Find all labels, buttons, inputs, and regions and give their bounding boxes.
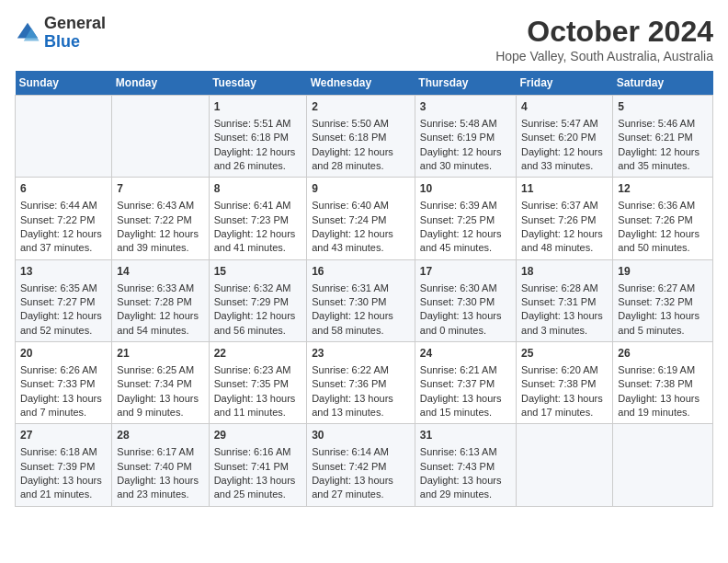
sunrise-text: Sunrise: 5:46 AM <box>618 118 695 129</box>
calendar-cell <box>112 96 209 178</box>
sunset-text: Sunset: 7:43 PM <box>420 461 495 472</box>
sunrise-text: Sunrise: 5:51 AM <box>214 118 291 129</box>
sunset-text: Sunset: 7:28 PM <box>117 296 191 307</box>
daylight-text: Daylight: 12 hours and 35 minutes. <box>618 146 700 171</box>
sunset-text: Sunset: 7:40 PM <box>117 461 191 472</box>
day-number: 5 <box>618 99 708 115</box>
day-number: 12 <box>618 181 708 197</box>
sunset-text: Sunset: 7:34 PM <box>117 378 191 389</box>
sunset-text: Sunset: 7:22 PM <box>117 214 191 225</box>
daylight-text: Daylight: 12 hours and 43 minutes. <box>312 228 393 253</box>
sunrise-text: Sunrise: 5:48 AM <box>420 118 497 129</box>
sunset-text: Sunset: 7:38 PM <box>521 378 596 389</box>
sunrise-text: Sunrise: 6:40 AM <box>312 200 389 211</box>
day-of-week-header: Saturday <box>613 71 713 96</box>
sunset-text: Sunset: 6:19 PM <box>420 132 495 143</box>
sunset-text: Sunset: 7:35 PM <box>214 378 289 389</box>
day-of-week-header: Sunday <box>16 71 112 96</box>
day-number: 6 <box>20 181 107 197</box>
sunrise-text: Sunrise: 6:19 AM <box>618 364 695 375</box>
sunrise-text: Sunrise: 6:32 AM <box>214 282 291 293</box>
sunrise-text: Sunrise: 6:26 AM <box>20 364 97 375</box>
calendar-cell: 5Sunrise: 5:46 AMSunset: 6:21 PMDaylight… <box>613 96 713 178</box>
sunrise-text: Sunrise: 6:30 AM <box>420 282 497 293</box>
calendar-cell: 21Sunrise: 6:25 AMSunset: 7:34 PMDayligh… <box>112 342 209 424</box>
day-number: 17 <box>420 264 511 280</box>
sunrise-text: Sunrise: 6:14 AM <box>312 446 389 457</box>
daylight-text: Daylight: 12 hours and 26 minutes. <box>214 146 296 171</box>
calendar-cell: 13Sunrise: 6:35 AMSunset: 7:27 PMDayligh… <box>16 259 112 341</box>
daylight-text: Daylight: 12 hours and 37 minutes. <box>20 228 102 253</box>
day-number: 13 <box>20 264 107 280</box>
day-number: 18 <box>521 264 608 280</box>
daylight-text: Daylight: 13 hours and 27 minutes. <box>312 475 393 500</box>
calendar-cell: 12Sunrise: 6:36 AMSunset: 7:26 PMDayligh… <box>613 178 713 259</box>
day-number: 9 <box>312 181 410 197</box>
calendar-cell: 22Sunrise: 6:23 AMSunset: 7:35 PMDayligh… <box>209 342 307 424</box>
sunset-text: Sunset: 7:26 PM <box>618 214 692 225</box>
day-of-week-header: Tuesday <box>209 71 307 96</box>
calendar-cell: 9Sunrise: 6:40 AMSunset: 7:24 PMDaylight… <box>307 178 415 259</box>
daylight-text: Daylight: 13 hours and 5 minutes. <box>618 310 700 335</box>
calendar-cell: 3Sunrise: 5:48 AMSunset: 6:19 PMDaylight… <box>415 96 516 178</box>
sunset-text: Sunset: 7:22 PM <box>20 214 95 225</box>
day-number: 4 <box>521 99 608 115</box>
daylight-text: Daylight: 13 hours and 19 minutes. <box>618 393 700 418</box>
calendar-cell <box>613 424 713 506</box>
calendar-week-row: 6Sunrise: 6:44 AMSunset: 7:22 PMDaylight… <box>16 178 713 259</box>
day-number: 1 <box>214 99 302 115</box>
daylight-text: Daylight: 12 hours and 50 minutes. <box>618 228 700 253</box>
sunset-text: Sunset: 7:26 PM <box>521 214 596 225</box>
calendar-cell: 11Sunrise: 6:37 AMSunset: 7:26 PMDayligh… <box>517 178 613 259</box>
calendar-week-row: 20Sunrise: 6:26 AMSunset: 7:33 PMDayligh… <box>16 342 713 424</box>
day-number: 26 <box>618 346 708 362</box>
day-number: 27 <box>20 428 107 443</box>
daylight-text: Daylight: 13 hours and 13 minutes. <box>312 393 393 418</box>
calendar-cell: 2Sunrise: 5:50 AMSunset: 6:18 PMDaylight… <box>307 96 415 178</box>
day-of-week-header: Wednesday <box>307 71 415 96</box>
sunrise-text: Sunrise: 6:36 AM <box>618 200 695 211</box>
daylight-text: Daylight: 12 hours and 54 minutes. <box>117 310 199 335</box>
day-number: 30 <box>312 428 410 443</box>
daylight-text: Daylight: 12 hours and 48 minutes. <box>521 228 603 253</box>
sunrise-text: Sunrise: 6:31 AM <box>312 282 389 293</box>
sunset-text: Sunset: 7:25 PM <box>420 214 495 225</box>
sunset-text: Sunset: 7:30 PM <box>312 296 386 307</box>
sunset-text: Sunset: 7:37 PM <box>420 378 495 389</box>
calendar-table: SundayMondayTuesdayWednesdayThursdayFrid… <box>15 71 713 507</box>
daylight-text: Daylight: 12 hours and 41 minutes. <box>214 228 296 253</box>
daylight-text: Daylight: 13 hours and 11 minutes. <box>214 393 296 418</box>
sunrise-text: Sunrise: 6:39 AM <box>420 200 497 211</box>
sunrise-text: Sunrise: 6:35 AM <box>20 282 97 293</box>
day-number: 19 <box>618 264 708 280</box>
daylight-text: Daylight: 13 hours and 29 minutes. <box>420 475 502 500</box>
day-number: 8 <box>214 181 302 197</box>
calendar-cell: 31Sunrise: 6:13 AMSunset: 7:43 PMDayligh… <box>415 424 516 506</box>
daylight-text: Daylight: 12 hours and 58 minutes. <box>312 310 393 335</box>
calendar-cell: 18Sunrise: 6:28 AMSunset: 7:31 PMDayligh… <box>517 259 613 341</box>
calendar-cell <box>517 424 613 506</box>
calendar-cell: 14Sunrise: 6:33 AMSunset: 7:28 PMDayligh… <box>112 259 209 341</box>
calendar-cell: 19Sunrise: 6:27 AMSunset: 7:32 PMDayligh… <box>613 259 713 341</box>
daylight-text: Daylight: 13 hours and 3 minutes. <box>521 310 603 335</box>
sunrise-text: Sunrise: 6:18 AM <box>20 446 97 457</box>
sunrise-text: Sunrise: 6:25 AM <box>117 364 194 375</box>
calendar-week-row: 13Sunrise: 6:35 AMSunset: 7:27 PMDayligh… <box>16 259 713 341</box>
daylight-text: Daylight: 12 hours and 30 minutes. <box>420 146 502 171</box>
day-number: 31 <box>420 428 511 443</box>
calendar-cell: 15Sunrise: 6:32 AMSunset: 7:29 PMDayligh… <box>209 259 307 341</box>
calendar-cell: 20Sunrise: 6:26 AMSunset: 7:33 PMDayligh… <box>16 342 112 424</box>
calendar-cell: 24Sunrise: 6:21 AMSunset: 7:37 PMDayligh… <box>415 342 516 424</box>
sunset-text: Sunset: 6:18 PM <box>312 132 386 143</box>
calendar-cell: 1Sunrise: 5:51 AMSunset: 6:18 PMDaylight… <box>209 96 307 178</box>
sunrise-text: Sunrise: 6:22 AM <box>312 364 389 375</box>
sunrise-text: Sunrise: 6:43 AM <box>117 200 194 211</box>
daylight-text: Daylight: 13 hours and 21 minutes. <box>20 475 102 500</box>
day-of-week-header: Thursday <box>415 71 516 96</box>
daylight-text: Daylight: 13 hours and 17 minutes. <box>521 393 603 418</box>
sunset-text: Sunset: 7:32 PM <box>618 296 692 307</box>
daylight-text: Daylight: 12 hours and 33 minutes. <box>521 146 603 171</box>
page-header: General Blue October 2024 Hope Valley, S… <box>15 15 713 63</box>
day-number: 20 <box>20 346 107 362</box>
calendar-cell: 26Sunrise: 6:19 AMSunset: 7:38 PMDayligh… <box>613 342 713 424</box>
